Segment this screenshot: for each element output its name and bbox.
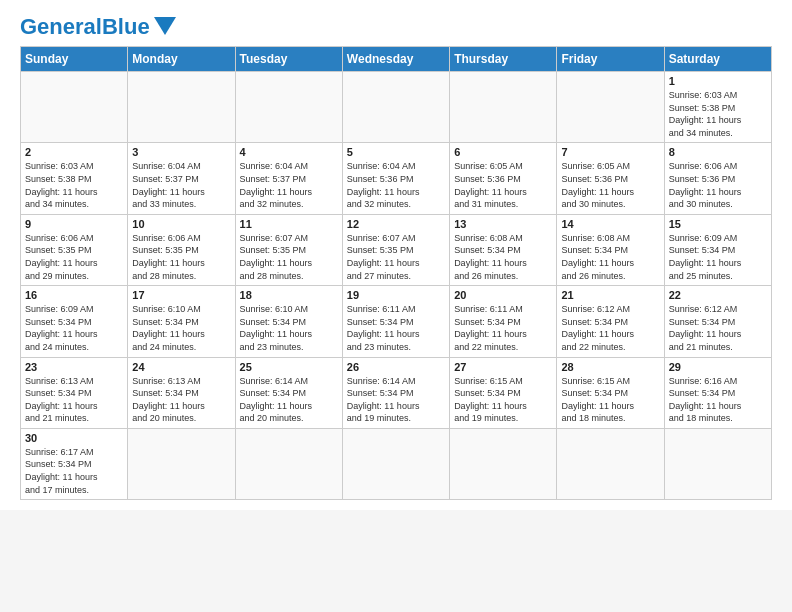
- logo-icon: [154, 17, 176, 35]
- day-info: Sunrise: 6:11 AM Sunset: 5:34 PM Dayligh…: [454, 303, 552, 353]
- day-info: Sunrise: 6:08 AM Sunset: 5:34 PM Dayligh…: [454, 232, 552, 282]
- weekday-tuesday: Tuesday: [235, 47, 342, 72]
- day-cell: 14Sunrise: 6:08 AM Sunset: 5:34 PM Dayli…: [557, 214, 664, 285]
- day-info: Sunrise: 6:14 AM Sunset: 5:34 PM Dayligh…: [347, 375, 445, 425]
- day-number: 28: [561, 361, 659, 373]
- week-row-2: 2Sunrise: 6:03 AM Sunset: 5:38 PM Daylig…: [21, 143, 772, 214]
- day-number: 12: [347, 218, 445, 230]
- day-info: Sunrise: 6:09 AM Sunset: 5:34 PM Dayligh…: [669, 232, 767, 282]
- day-cell: 23Sunrise: 6:13 AM Sunset: 5:34 PM Dayli…: [21, 357, 128, 428]
- day-cell: [342, 72, 449, 143]
- weekday-wednesday: Wednesday: [342, 47, 449, 72]
- day-info: Sunrise: 6:15 AM Sunset: 5:34 PM Dayligh…: [561, 375, 659, 425]
- day-info: Sunrise: 6:14 AM Sunset: 5:34 PM Dayligh…: [240, 375, 338, 425]
- day-cell: [21, 72, 128, 143]
- day-number: 26: [347, 361, 445, 373]
- day-cell: 29Sunrise: 6:16 AM Sunset: 5:34 PM Dayli…: [664, 357, 771, 428]
- day-number: 18: [240, 289, 338, 301]
- day-number: 11: [240, 218, 338, 230]
- day-cell: 3Sunrise: 6:04 AM Sunset: 5:37 PM Daylig…: [128, 143, 235, 214]
- weekday-header-row: SundayMondayTuesdayWednesdayThursdayFrid…: [21, 47, 772, 72]
- day-cell: 4Sunrise: 6:04 AM Sunset: 5:37 PM Daylig…: [235, 143, 342, 214]
- day-cell: [128, 428, 235, 499]
- day-cell: 11Sunrise: 6:07 AM Sunset: 5:35 PM Dayli…: [235, 214, 342, 285]
- day-cell: 1Sunrise: 6:03 AM Sunset: 5:38 PM Daylig…: [664, 72, 771, 143]
- day-cell: [664, 428, 771, 499]
- day-info: Sunrise: 6:12 AM Sunset: 5:34 PM Dayligh…: [561, 303, 659, 353]
- day-cell: 17Sunrise: 6:10 AM Sunset: 5:34 PM Dayli…: [128, 286, 235, 357]
- day-number: 20: [454, 289, 552, 301]
- day-info: Sunrise: 6:12 AM Sunset: 5:34 PM Dayligh…: [669, 303, 767, 353]
- day-cell: 22Sunrise: 6:12 AM Sunset: 5:34 PM Dayli…: [664, 286, 771, 357]
- logo: GeneralBlue: [20, 16, 176, 38]
- day-number: 5: [347, 146, 445, 158]
- header: GeneralBlue: [20, 16, 772, 38]
- logo-general: General: [20, 14, 102, 39]
- day-number: 29: [669, 361, 767, 373]
- day-info: Sunrise: 6:06 AM Sunset: 5:35 PM Dayligh…: [25, 232, 123, 282]
- day-cell: [557, 72, 664, 143]
- day-cell: 24Sunrise: 6:13 AM Sunset: 5:34 PM Dayli…: [128, 357, 235, 428]
- day-number: 24: [132, 361, 230, 373]
- day-info: Sunrise: 6:13 AM Sunset: 5:34 PM Dayligh…: [132, 375, 230, 425]
- day-info: Sunrise: 6:07 AM Sunset: 5:35 PM Dayligh…: [240, 232, 338, 282]
- day-cell: 30Sunrise: 6:17 AM Sunset: 5:34 PM Dayli…: [21, 428, 128, 499]
- week-row-3: 9Sunrise: 6:06 AM Sunset: 5:35 PM Daylig…: [21, 214, 772, 285]
- day-info: Sunrise: 6:05 AM Sunset: 5:36 PM Dayligh…: [454, 160, 552, 210]
- week-row-6: 30Sunrise: 6:17 AM Sunset: 5:34 PM Dayli…: [21, 428, 772, 499]
- weekday-thursday: Thursday: [450, 47, 557, 72]
- logo-blue: Blue: [102, 14, 150, 39]
- day-cell: 19Sunrise: 6:11 AM Sunset: 5:34 PM Dayli…: [342, 286, 449, 357]
- day-info: Sunrise: 6:05 AM Sunset: 5:36 PM Dayligh…: [561, 160, 659, 210]
- day-number: 1: [669, 75, 767, 87]
- day-cell: 10Sunrise: 6:06 AM Sunset: 5:35 PM Dayli…: [128, 214, 235, 285]
- day-info: Sunrise: 6:13 AM Sunset: 5:34 PM Dayligh…: [25, 375, 123, 425]
- day-cell: [235, 72, 342, 143]
- day-number: 27: [454, 361, 552, 373]
- day-cell: 26Sunrise: 6:14 AM Sunset: 5:34 PM Dayli…: [342, 357, 449, 428]
- day-number: 15: [669, 218, 767, 230]
- day-cell: [450, 428, 557, 499]
- day-number: 22: [669, 289, 767, 301]
- day-info: Sunrise: 6:10 AM Sunset: 5:34 PM Dayligh…: [240, 303, 338, 353]
- day-info: Sunrise: 6:04 AM Sunset: 5:37 PM Dayligh…: [132, 160, 230, 210]
- day-number: 21: [561, 289, 659, 301]
- day-cell: [342, 428, 449, 499]
- svg-marker-0: [154, 17, 176, 35]
- day-info: Sunrise: 6:03 AM Sunset: 5:38 PM Dayligh…: [669, 89, 767, 139]
- day-info: Sunrise: 6:17 AM Sunset: 5:34 PM Dayligh…: [25, 446, 123, 496]
- day-info: Sunrise: 6:03 AM Sunset: 5:38 PM Dayligh…: [25, 160, 123, 210]
- day-cell: [450, 72, 557, 143]
- day-info: Sunrise: 6:10 AM Sunset: 5:34 PM Dayligh…: [132, 303, 230, 353]
- day-cell: [128, 72, 235, 143]
- day-cell: 2Sunrise: 6:03 AM Sunset: 5:38 PM Daylig…: [21, 143, 128, 214]
- day-info: Sunrise: 6:11 AM Sunset: 5:34 PM Dayligh…: [347, 303, 445, 353]
- day-cell: 28Sunrise: 6:15 AM Sunset: 5:34 PM Dayli…: [557, 357, 664, 428]
- day-cell: 15Sunrise: 6:09 AM Sunset: 5:34 PM Dayli…: [664, 214, 771, 285]
- day-number: 3: [132, 146, 230, 158]
- day-number: 30: [25, 432, 123, 444]
- day-info: Sunrise: 6:07 AM Sunset: 5:35 PM Dayligh…: [347, 232, 445, 282]
- day-info: Sunrise: 6:06 AM Sunset: 5:35 PM Dayligh…: [132, 232, 230, 282]
- day-number: 10: [132, 218, 230, 230]
- day-cell: 5Sunrise: 6:04 AM Sunset: 5:36 PM Daylig…: [342, 143, 449, 214]
- day-info: Sunrise: 6:16 AM Sunset: 5:34 PM Dayligh…: [669, 375, 767, 425]
- day-cell: 18Sunrise: 6:10 AM Sunset: 5:34 PM Dayli…: [235, 286, 342, 357]
- day-info: Sunrise: 6:06 AM Sunset: 5:36 PM Dayligh…: [669, 160, 767, 210]
- day-cell: 6Sunrise: 6:05 AM Sunset: 5:36 PM Daylig…: [450, 143, 557, 214]
- weekday-friday: Friday: [557, 47, 664, 72]
- day-number: 2: [25, 146, 123, 158]
- week-row-1: 1Sunrise: 6:03 AM Sunset: 5:38 PM Daylig…: [21, 72, 772, 143]
- day-number: 25: [240, 361, 338, 373]
- week-row-4: 16Sunrise: 6:09 AM Sunset: 5:34 PM Dayli…: [21, 286, 772, 357]
- day-number: 17: [132, 289, 230, 301]
- day-number: 19: [347, 289, 445, 301]
- day-number: 14: [561, 218, 659, 230]
- day-cell: 8Sunrise: 6:06 AM Sunset: 5:36 PM Daylig…: [664, 143, 771, 214]
- day-cell: 7Sunrise: 6:05 AM Sunset: 5:36 PM Daylig…: [557, 143, 664, 214]
- page: GeneralBlue SundayMondayTuesdayWednesday…: [0, 0, 792, 510]
- day-cell: 20Sunrise: 6:11 AM Sunset: 5:34 PM Dayli…: [450, 286, 557, 357]
- weekday-saturday: Saturday: [664, 47, 771, 72]
- day-cell: 27Sunrise: 6:15 AM Sunset: 5:34 PM Dayli…: [450, 357, 557, 428]
- day-number: 23: [25, 361, 123, 373]
